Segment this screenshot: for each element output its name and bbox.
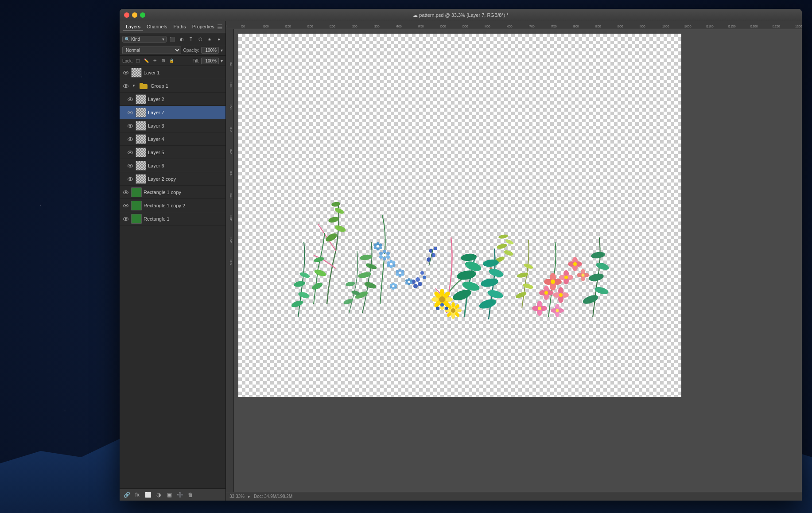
fill-input[interactable] xyxy=(201,58,219,64)
close-button[interactable] xyxy=(124,12,129,18)
layer-visibility-toggle[interactable] xyxy=(127,175,134,183)
svg-point-114 xyxy=(399,274,402,277)
svg-point-99 xyxy=(498,234,508,239)
tab-paths[interactable]: Paths xyxy=(171,23,189,31)
svg-point-123 xyxy=(405,280,408,282)
maximize-button[interactable] xyxy=(140,12,145,18)
lock-image-btn[interactable]: ✏️ xyxy=(143,57,150,64)
blend-opacity-row: Normal Opacity: ▾ xyxy=(120,45,225,56)
filter-adjust-icon[interactable]: ◐ xyxy=(178,35,186,43)
group-button[interactable]: ▣ xyxy=(165,490,174,499)
filter-icons: ⬛ ◐ T ⬡ ◈ ● xyxy=(168,35,223,43)
svg-point-106 xyxy=(359,254,372,261)
ruler-tick: 1150 xyxy=(728,25,750,28)
minimize-button[interactable] xyxy=(132,12,137,18)
layer-visibility-toggle[interactable] xyxy=(127,162,134,169)
svg-point-130 xyxy=(390,284,392,287)
layer-item[interactable]: Rectangle 1 copy 2 xyxy=(120,199,225,212)
svg-point-18 xyxy=(377,248,380,251)
layer-visibility-toggle[interactable] xyxy=(127,109,134,116)
canvas-viewport[interactable] xyxy=(234,29,802,492)
group-thumbnail xyxy=(138,81,149,91)
ruler-tick: 950 xyxy=(640,25,662,28)
layer-item[interactable]: Layer 1 xyxy=(120,66,225,79)
layer-thumbnail xyxy=(131,214,142,224)
eye-icon xyxy=(128,177,133,181)
svg-point-109 xyxy=(293,280,306,288)
panel-tabs: Layers Channels Paths Properties xyxy=(123,23,217,31)
fill-dropdown[interactable]: ▾ xyxy=(221,58,223,63)
filter-type-icon[interactable]: T xyxy=(187,35,195,43)
tab-properties[interactable]: Properties xyxy=(190,23,217,31)
layer-visibility-toggle[interactable] xyxy=(122,215,129,222)
ruler-tick xyxy=(226,25,241,28)
svg-point-87 xyxy=(595,261,610,272)
layer-visibility-toggle[interactable] xyxy=(127,96,134,103)
layer-item[interactable]: Layer 7 xyxy=(120,106,225,119)
svg-point-9 xyxy=(386,252,390,255)
ruler-tick: 400 xyxy=(396,25,418,28)
layer-item[interactable]: ▼ Group 1 xyxy=(120,79,225,93)
layer-item[interactable]: Layer 4 xyxy=(120,132,225,146)
filter-search[interactable]: 🔍 Kind ▾ xyxy=(122,36,167,43)
svg-point-43 xyxy=(456,309,462,312)
lock-artboard-btn[interactable]: ⊞ xyxy=(160,57,167,64)
svg-point-135 xyxy=(434,247,437,250)
svg-point-131 xyxy=(392,285,394,287)
layer-visibility-toggle[interactable] xyxy=(122,202,129,209)
filter-toggle[interactable]: ● xyxy=(215,35,223,43)
eye-icon xyxy=(128,97,133,101)
svg-point-22 xyxy=(390,260,393,263)
search-icon: 🔍 xyxy=(124,37,130,42)
tab-layers[interactable]: Layers xyxy=(123,23,143,31)
blend-mode-select[interactable]: Normal xyxy=(122,47,181,54)
opacity-dropdown[interactable]: ▾ xyxy=(221,48,223,53)
layer-item[interactable]: Rectangle 1 xyxy=(120,212,225,225)
new-layer-button[interactable]: ➕ xyxy=(175,490,184,499)
layer-visibility-toggle[interactable] xyxy=(127,149,134,156)
filter-type-label: Kind xyxy=(131,37,140,42)
svg-point-103 xyxy=(364,281,377,290)
layer-thumbnail xyxy=(136,94,146,104)
lock-position-btn[interactable]: ✛ xyxy=(152,57,159,64)
layer-item[interactable]: Layer 2 copy xyxy=(120,172,225,186)
layer-visibility-toggle[interactable] xyxy=(127,136,134,143)
opacity-input[interactable] xyxy=(201,47,219,54)
ruler-tick: 750 xyxy=(551,25,573,28)
layer-item[interactable]: Layer 6 xyxy=(120,159,225,172)
eye-icon xyxy=(128,164,133,167)
layer-item[interactable]: Layer 5 xyxy=(120,146,225,159)
layer-name: Layer 7 xyxy=(148,110,223,115)
layer-visibility-toggle[interactable] xyxy=(122,82,129,89)
link-layers-button[interactable]: 🔗 xyxy=(122,490,131,499)
ruler-tick: 150 xyxy=(285,25,307,28)
eye-icon xyxy=(123,204,128,207)
ruler-tick: 700 xyxy=(529,25,551,28)
filter-pixel-icon[interactable]: ⬛ xyxy=(168,35,176,43)
filter-shape-icon[interactable]: ⬡ xyxy=(196,35,204,43)
layer-visibility-toggle[interactable] xyxy=(122,189,129,196)
layer-visibility-toggle[interactable] xyxy=(127,122,134,129)
delete-layer-button[interactable]: 🗑 xyxy=(186,490,195,499)
layer-visibility-toggle[interactable] xyxy=(122,69,129,76)
svg-point-116 xyxy=(396,270,399,273)
svg-point-149 xyxy=(573,262,577,266)
adjustment-button[interactable]: ◑ xyxy=(154,490,163,499)
tab-channels[interactable]: Channels xyxy=(144,23,170,31)
eye-icon xyxy=(123,71,128,74)
layer-item[interactable]: Layer 3 xyxy=(120,119,225,132)
svg-point-8 xyxy=(383,250,386,253)
group-arrow[interactable]: ▼ xyxy=(131,83,136,89)
panel-menu-icon[interactable]: ☰ xyxy=(217,23,223,31)
ruler-tick: 500 xyxy=(440,25,462,28)
lock-all-btn[interactable]: 🔒 xyxy=(168,57,175,64)
filter-smart-icon[interactable]: ◈ xyxy=(206,35,214,43)
lock-transparent-btn[interactable]: ⬚ xyxy=(135,57,142,64)
layer-item[interactable]: Layer 2 xyxy=(120,93,225,106)
svg-point-155 xyxy=(343,298,354,306)
add-mask-button[interactable]: ⬜ xyxy=(144,490,152,499)
svg-point-112 xyxy=(401,270,404,273)
fx-button[interactable]: fx xyxy=(133,490,142,499)
layer-item[interactable]: Rectangle 1 copy xyxy=(120,186,225,199)
svg-point-158 xyxy=(436,307,439,310)
